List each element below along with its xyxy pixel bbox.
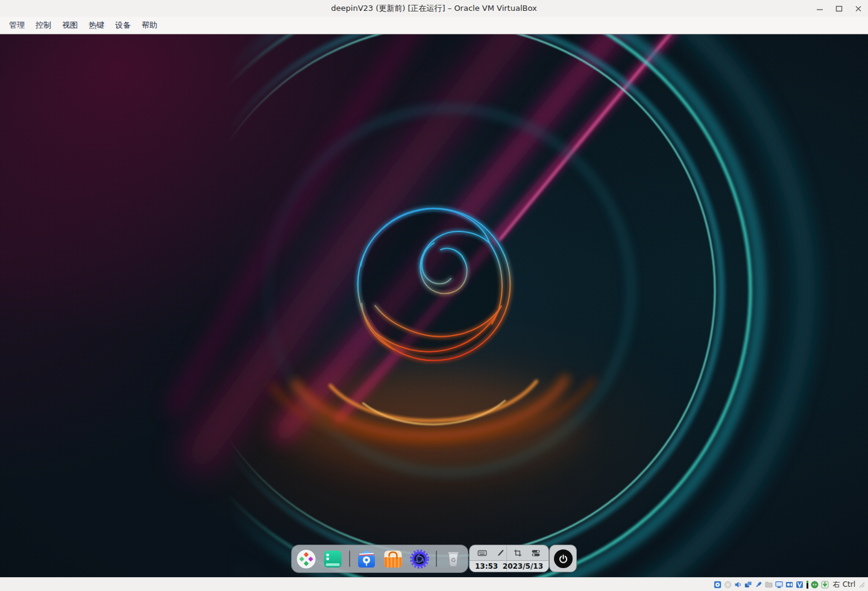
status-harddisk-icon[interactable]	[714, 580, 722, 589]
menu-view[interactable]: 视图	[57, 17, 83, 33]
launcher-icon[interactable]	[296, 549, 316, 569]
close-icon[interactable]	[854, 5, 862, 13]
activity-indicator-bar	[807, 581, 808, 589]
menu-control[interactable]: 控制	[30, 17, 57, 33]
status-audio-icon[interactable]	[734, 580, 743, 589]
maximize-icon[interactable]	[835, 5, 843, 13]
clock-time: 13:53	[475, 562, 498, 571]
virtual-keyboard-icon[interactable]	[477, 548, 488, 558]
tray-divider	[506, 545, 507, 572]
resize-grip[interactable]	[858, 581, 866, 588]
window-title: deepinV23 (更新前) [正在运行] – Oracle VM Virtu…	[331, 3, 536, 14]
dock: ♻	[291, 545, 468, 573]
minimize-icon[interactable]	[816, 5, 823, 13]
trash-icon[interactable]: ♻	[443, 549, 464, 569]
virtualbox-window: deepinV23 (更新前) [正在运行] – Oracle VM Virtu…	[0, 0, 868, 591]
screen-pen-icon[interactable]	[495, 548, 505, 558]
host-key-label: 右 Ctrl	[833, 580, 855, 590]
status-usb-icon[interactable]	[755, 580, 763, 589]
quick-settings-icon[interactable]	[530, 548, 541, 558]
control-center-icon[interactable]	[409, 549, 430, 569]
titlebar[interactable]: deepinV23 (更新前) [正在运行] – Oracle VM Virtu…	[0, 0, 868, 17]
tray-icons-row	[470, 545, 549, 561]
status-network-icon[interactable]	[744, 580, 753, 589]
clock-date: 2023/5/13	[503, 562, 543, 571]
window-controls	[816, 0, 862, 17]
shutdown-button[interactable]	[549, 545, 577, 572]
statusbar: 右 Ctrl	[0, 577, 868, 591]
status-optical-icon[interactable]	[724, 580, 732, 589]
app-store-classic-icon[interactable]	[383, 549, 403, 569]
desktop-wallpaper	[0, 34, 868, 577]
app-store-icon[interactable]	[356, 549, 377, 569]
menu-hotkeys[interactable]: 热键	[83, 17, 110, 33]
menubar: 管理 控制 视图 热键 设备 帮助	[0, 17, 868, 34]
status-recording-icon[interactable]	[785, 580, 794, 589]
menu-devices[interactable]: 设备	[110, 17, 136, 33]
svg-text:♻: ♻	[451, 556, 456, 563]
status-display-icon[interactable]	[775, 580, 784, 589]
clock-widget[interactable]: 13:53 2023/5/13	[470, 561, 549, 572]
menu-help[interactable]: 帮助	[136, 17, 163, 33]
status-mouse-integration-icon[interactable]	[811, 580, 819, 589]
screenshot-icon[interactable]	[513, 548, 523, 558]
vm-display[interactable]: ♻	[0, 34, 868, 577]
status-keyboard-capture-icon[interactable]	[821, 580, 829, 589]
status-features-icon[interactable]	[796, 580, 804, 589]
dock-divider	[436, 551, 437, 567]
status-sharedfolders-icon[interactable]	[765, 580, 773, 589]
dock-divider	[349, 551, 350, 567]
file-manager-icon[interactable]	[322, 549, 343, 569]
menu-machine[interactable]: 管理	[4, 17, 30, 33]
system-tray: 13:53 2023/5/13	[469, 545, 549, 572]
power-icon	[554, 549, 573, 568]
